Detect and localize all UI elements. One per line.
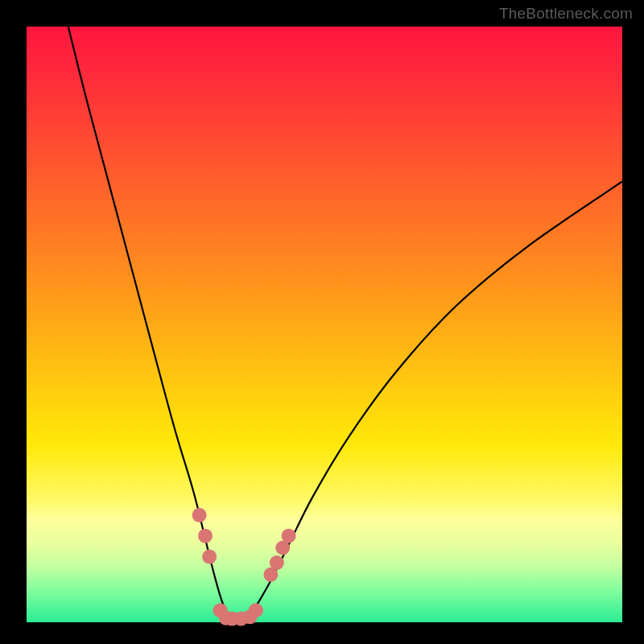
curve-layer — [27, 27, 622, 622]
data-marker — [249, 603, 263, 617]
data-marker — [198, 529, 213, 543]
data-marker — [192, 508, 207, 522]
data-marker — [282, 529, 296, 543]
data-marker — [202, 550, 217, 564]
plot-area — [27, 27, 622, 622]
marker-group — [192, 508, 296, 626]
watermark-text: TheBottleneck.com — [499, 5, 633, 23]
data-marker — [270, 555, 284, 570]
bottleneck-curve — [68, 27, 622, 621]
chart-frame: TheBottleneck.com — [0, 0, 644, 644]
